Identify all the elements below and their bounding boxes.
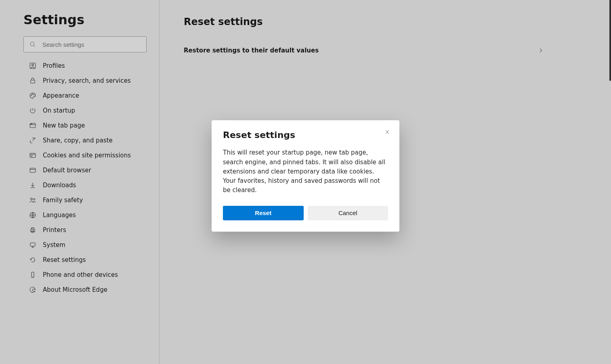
dialog-title: Reset settings bbox=[223, 130, 388, 140]
dialog-body: This will reset your startup page, new t… bbox=[223, 148, 388, 195]
reset-settings-dialog: Reset settings This will reset your star… bbox=[212, 120, 399, 231]
dialog-actions: Reset Cancel bbox=[223, 206, 388, 220]
reset-button[interactable]: Reset bbox=[223, 206, 304, 220]
modal-overlay: Reset settings This will reset your star… bbox=[0, 0, 611, 364]
close-icon bbox=[384, 129, 390, 136]
dialog-close-button[interactable] bbox=[382, 127, 393, 138]
cancel-button[interactable]: Cancel bbox=[308, 206, 388, 220]
